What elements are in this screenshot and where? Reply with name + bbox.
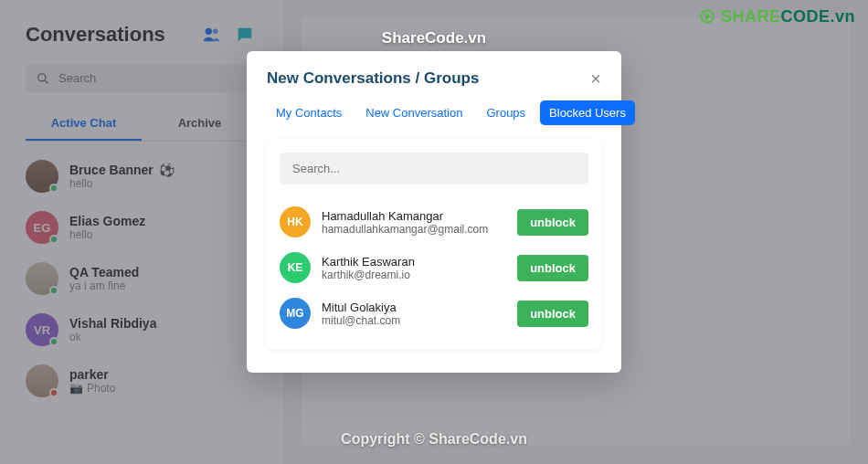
new-conversations-modal: New Conversations / Groups × My Contacts… <box>247 51 621 373</box>
list-item: HK Hamadullah Kamangar hamadullahkamanga… <box>280 199 588 245</box>
user-name: Mitul Golakiya <box>322 301 506 314</box>
user-email: hamadullahkamangar@gmail.com <box>322 223 506 236</box>
user-email: mitul@chat.com <box>322 314 506 327</box>
tab-my-contacts[interactable]: My Contacts <box>267 100 351 125</box>
tab-blocked-users[interactable]: Blocked Users <box>540 100 635 125</box>
modal-overlay[interactable]: New Conversations / Groups × My Contacts… <box>0 0 868 464</box>
modal-title: New Conversations / Groups <box>267 69 479 88</box>
unblock-button[interactable]: unblock <box>517 301 588 327</box>
modal-header: New Conversations / Groups × <box>267 69 601 88</box>
avatar: HK <box>280 206 311 237</box>
user-name: Hamadullah Kamangar <box>322 209 506 223</box>
modal-search-input[interactable] <box>280 153 588 185</box>
user-name: Karthik Easwaran <box>322 255 506 269</box>
close-icon: × <box>590 69 601 89</box>
list-item: MG Mitul Golakiya mitul@chat.com unblock <box>280 290 588 336</box>
user-email: karthik@dreami.io <box>322 269 506 281</box>
tab-groups[interactable]: Groups <box>477 100 535 125</box>
blocked-users-panel: HK Hamadullah Kamangar hamadullahkamanga… <box>267 140 601 349</box>
avatar: KE <box>280 252 311 283</box>
unblock-button[interactable]: unblock <box>517 255 588 281</box>
list-item: KE Karthik Easwaran karthik@dreami.io un… <box>280 245 588 290</box>
avatar: MG <box>280 298 311 329</box>
close-button[interactable]: × <box>590 69 601 88</box>
modal-tabs: My Contacts New Conversation Groups Bloc… <box>267 100 601 125</box>
unblock-button[interactable]: unblock <box>517 209 588 236</box>
tab-new-conversation[interactable]: New Conversation <box>356 100 471 125</box>
